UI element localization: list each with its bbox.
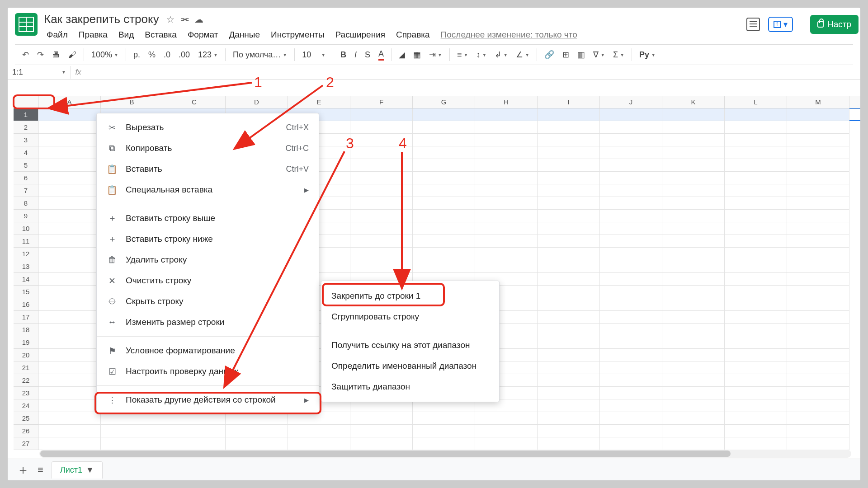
row-header-25[interactable]: 25 xyxy=(14,412,38,425)
cell[interactable] xyxy=(38,425,101,437)
row-header-18[interactable]: 18 xyxy=(14,324,38,336)
cell[interactable] xyxy=(662,374,725,387)
column-header-G[interactable]: G xyxy=(413,96,475,108)
cell[interactable] xyxy=(725,222,787,235)
row-header-9[interactable]: 9 xyxy=(14,210,38,222)
cell[interactable] xyxy=(475,412,538,425)
cell[interactable] xyxy=(600,273,662,286)
cell[interactable] xyxy=(662,311,725,324)
row-header-3[interactable]: 3 xyxy=(14,134,38,146)
cell[interactable] xyxy=(787,222,849,235)
row-header-21[interactable]: 21 xyxy=(14,361,38,374)
cell[interactable] xyxy=(38,273,101,286)
cell[interactable] xyxy=(413,197,475,210)
cell[interactable] xyxy=(538,425,600,437)
cell[interactable] xyxy=(475,146,538,159)
row-header-8[interactable]: 8 xyxy=(14,197,38,210)
cell[interactable] xyxy=(725,121,787,134)
cell[interactable] xyxy=(662,172,725,184)
cell[interactable] xyxy=(350,184,413,197)
cell[interactable] xyxy=(38,324,101,336)
cell[interactable] xyxy=(38,387,101,399)
cell[interactable] xyxy=(725,134,787,146)
cell[interactable] xyxy=(600,172,662,184)
cell[interactable] xyxy=(475,260,538,273)
cell[interactable] xyxy=(226,437,288,450)
cell[interactable] xyxy=(38,235,101,248)
cell[interactable] xyxy=(38,437,101,450)
cell[interactable] xyxy=(725,311,787,324)
cell[interactable] xyxy=(413,146,475,159)
rotate-button[interactable]: ∠▼ xyxy=(513,48,532,61)
font-size-select[interactable]: 10▼ xyxy=(299,48,328,61)
cell[interactable] xyxy=(38,286,101,298)
cell[interactable] xyxy=(787,197,849,210)
row-header-1[interactable]: 1 xyxy=(14,108,38,121)
cell[interactable] xyxy=(538,146,600,159)
cell[interactable] xyxy=(538,286,600,298)
menu-data[interactable]: Данные xyxy=(224,28,264,42)
row-header-15[interactable]: 15 xyxy=(14,286,38,298)
functions-button[interactable]: Σ▼ xyxy=(610,48,627,61)
cell[interactable] xyxy=(725,108,787,121)
sheets-logo[interactable] xyxy=(15,13,38,36)
cell[interactable] xyxy=(787,425,849,437)
cell[interactable] xyxy=(38,108,101,121)
cell[interactable] xyxy=(538,121,600,134)
cell[interactable] xyxy=(600,437,662,450)
row-header-27[interactable]: 27 xyxy=(14,437,38,450)
cell[interactable] xyxy=(600,286,662,298)
cell[interactable] xyxy=(101,425,163,437)
column-header-M[interactable]: M xyxy=(787,96,849,108)
cell[interactable] xyxy=(662,184,725,197)
cell[interactable] xyxy=(38,146,101,159)
cell[interactable] xyxy=(475,248,538,260)
submenu-item[interactable]: Определить именованный диапазон xyxy=(321,356,499,376)
cell[interactable] xyxy=(538,235,600,248)
cell[interactable] xyxy=(725,235,787,248)
cell[interactable] xyxy=(350,437,413,450)
cell[interactable] xyxy=(538,197,600,210)
paint-format-button[interactable]: 🖌 xyxy=(66,48,79,61)
cell[interactable] xyxy=(600,349,662,361)
context-menu-item[interactable]: ✕Очистить строку xyxy=(97,270,319,291)
cell[interactable] xyxy=(538,248,600,260)
cell[interactable] xyxy=(787,108,849,121)
cell[interactable] xyxy=(38,412,101,425)
cell[interactable] xyxy=(725,159,787,172)
row-header-26[interactable]: 26 xyxy=(14,425,38,437)
column-header-E[interactable]: E xyxy=(288,96,350,108)
cell[interactable] xyxy=(538,298,600,311)
bold-button[interactable]: B xyxy=(338,48,349,61)
font-select[interactable]: По умолча…▼ xyxy=(230,48,290,61)
cell[interactable] xyxy=(662,146,725,159)
cell[interactable] xyxy=(38,197,101,210)
cell[interactable] xyxy=(600,184,662,197)
cell[interactable] xyxy=(538,387,600,399)
cell[interactable] xyxy=(350,412,413,425)
context-menu-item[interactable]: ＋Вставить строку выше xyxy=(97,208,319,229)
cell[interactable] xyxy=(538,412,600,425)
cell[interactable] xyxy=(413,134,475,146)
cell[interactable] xyxy=(350,222,413,235)
name-box[interactable]: 1:1▼ xyxy=(8,66,71,79)
cell[interactable] xyxy=(787,146,849,159)
currency-button[interactable]: р. xyxy=(131,48,143,61)
menu-extensions[interactable]: Расширения xyxy=(331,28,390,42)
cell[interactable] xyxy=(538,273,600,286)
menu-insert[interactable]: Вставка xyxy=(140,28,181,42)
submenu-item[interactable]: Получить ссылку на этот диапазон xyxy=(321,335,499,356)
cell[interactable] xyxy=(413,184,475,197)
cell[interactable] xyxy=(475,437,538,450)
last-edit-link[interactable]: Последнее изменение: только что xyxy=(436,28,582,42)
cell[interactable] xyxy=(787,298,849,311)
cell[interactable] xyxy=(725,146,787,159)
context-menu-item[interactable]: ⚑Условное форматирование xyxy=(97,340,319,361)
cell[interactable] xyxy=(475,222,538,235)
cell[interactable] xyxy=(38,361,101,374)
v-align-button[interactable]: ↕▼ xyxy=(473,48,489,61)
redo-button[interactable]: ↷ xyxy=(34,48,47,61)
cell[interactable] xyxy=(288,425,350,437)
menu-edit[interactable]: Правка xyxy=(74,28,112,42)
cell[interactable] xyxy=(101,437,163,450)
